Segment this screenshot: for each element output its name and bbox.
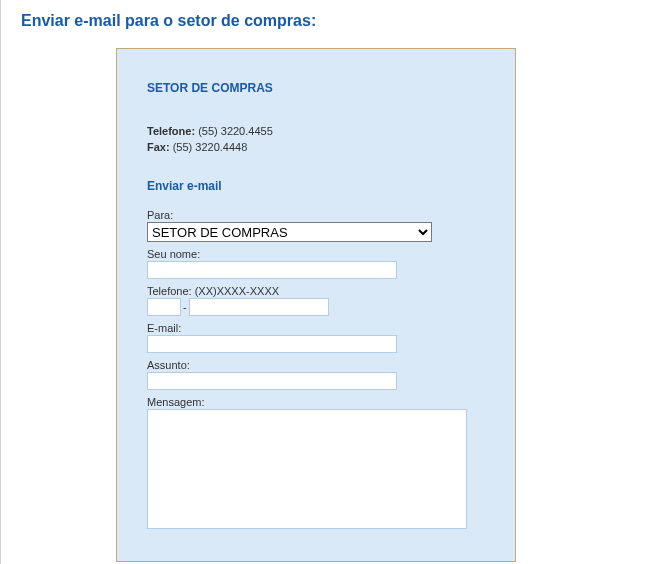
telefone-dash: -	[183, 301, 187, 313]
telefone-num-input[interactable]	[189, 298, 329, 316]
phone-label: Telefone:	[147, 125, 195, 137]
form-subheader: Enviar e-mail	[147, 179, 485, 193]
telefone-ddd-input[interactable]	[147, 298, 181, 316]
contact-phone: Telefone: (55) 3220.4455	[147, 125, 485, 137]
email-form-card: SETOR DE COMPRAS Telefone: (55) 3220.445…	[116, 48, 516, 562]
email-input[interactable]	[147, 335, 397, 353]
para-select[interactable]: SETOR DE COMPRAS	[147, 222, 432, 242]
nome-label: Seu nome:	[147, 248, 485, 260]
phone-value: (55) 3220.4455	[198, 125, 273, 137]
page-title: Enviar e-mail para o setor de compras:	[21, 12, 649, 30]
contact-fax: Fax: (55) 3220.4448	[147, 141, 485, 153]
telefone-label: Telefone: (XX)XXXX-XXXX	[147, 285, 485, 297]
assunto-label: Assunto:	[147, 359, 485, 371]
fax-value: (55) 3220.4448	[173, 141, 248, 153]
section-header: SETOR DE COMPRAS	[147, 81, 485, 95]
para-label: Para:	[147, 209, 485, 221]
mensagem-textarea[interactable]	[147, 409, 467, 529]
mensagem-label: Mensagem:	[147, 396, 485, 408]
email-label: E-mail:	[147, 322, 485, 334]
nome-input[interactable]	[147, 261, 397, 279]
assunto-input[interactable]	[147, 372, 397, 390]
fax-label: Fax:	[147, 141, 170, 153]
